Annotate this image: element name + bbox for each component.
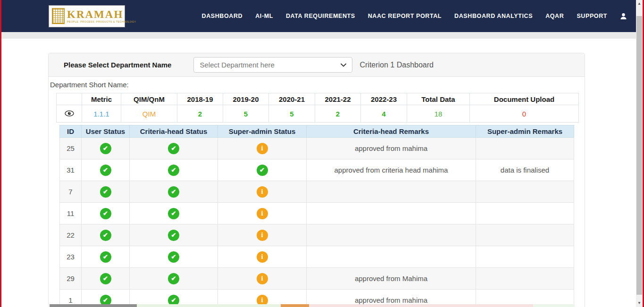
- criteria-head-remarks: approved from criteria head mahima: [307, 159, 476, 181]
- horizontal-scrollbar-thumb[interactable]: [50, 304, 137, 307]
- metric-header-qim-qnm: QIM/QnM: [121, 93, 177, 105]
- nav-item-naac-report-portal[interactable]: NAAC REPORT PORTAL: [368, 13, 442, 19]
- criterion-dashboard-card: Please Select Department Name Select Dep…: [48, 53, 585, 307]
- nav-item-ai-ml[interactable]: AI-ML: [255, 13, 273, 19]
- qim-qnm-value: QIM: [121, 105, 177, 123]
- criteria-head-remarks: [307, 246, 476, 268]
- status-header-id: ID: [60, 125, 82, 138]
- nav-item-support[interactable]: SUPPORT: [577, 13, 607, 19]
- super-admin-remarks: [476, 268, 574, 290]
- check-circle-icon: ✔: [100, 273, 111, 284]
- check-circle-icon: ✔: [168, 186, 179, 198]
- check-circle-icon: ✔: [257, 165, 268, 176]
- check-circle-icon: ✔: [100, 251, 111, 263]
- metric-table-row: 1.1.1 QIM 2 5 5 2 4 18 0: [57, 105, 579, 123]
- page-title: Criterion 1 Dashboard: [360, 61, 434, 69]
- row-id: 25: [60, 138, 82, 159]
- metric-header-2022-23: 2022-23: [361, 93, 407, 105]
- info-circle-icon: i: [257, 273, 268, 284]
- status-table-row: 29 ✔ ✔ i approved from Mahima: [60, 268, 574, 290]
- check-circle-icon: ✔: [100, 208, 111, 219]
- metric-header-metric: Metric: [82, 93, 121, 105]
- criteria-head-remarks: [307, 181, 476, 203]
- check-circle-icon: ✔: [168, 143, 179, 154]
- super-admin-remarks: [476, 224, 574, 246]
- super-admin-remarks: [476, 138, 574, 159]
- status-table-body: 25 ✔ ✔ i approved from mahima 31 ✔ ✔ ✔ a…: [60, 138, 574, 307]
- kramah-logo[interactable]: KRAMAH PEOPLE. PROCESS. PRODUCTS & TECHN…: [49, 5, 125, 27]
- super-admin-remarks: data is finalised: [476, 159, 574, 181]
- nav-item-dashboard-analytics[interactable]: DASHBOARD ANALYTICS: [454, 13, 533, 19]
- status-table-row: 31 ✔ ✔ ✔ approved from criteria head mah…: [60, 159, 574, 181]
- user-profile-icon[interactable]: [620, 13, 627, 20]
- bottom-clipped-content: [309, 304, 533, 307]
- department-select-value: Select Department here: [200, 61, 274, 69]
- total-data-value: 18: [407, 105, 470, 123]
- check-circle-icon: ✔: [168, 165, 179, 176]
- criteria-head-remarks: approved from mahima: [307, 138, 476, 159]
- status-table-row: 23 ✔ ✔ i: [60, 246, 574, 268]
- subheader-strip: [0, 32, 644, 39]
- super-admin-remarks: [476, 181, 574, 203]
- metric-header-blank: [57, 93, 82, 105]
- status-table-row: 25 ✔ ✔ i approved from mahima: [60, 138, 574, 159]
- scrollbar-up-arrow-icon[interactable]: ▲: [636, 0, 643, 8]
- status-table-row: 11 ✔ ✔ i: [60, 203, 574, 224]
- nav-item-aqar[interactable]: AQAR: [545, 13, 564, 19]
- department-short-name-label: Department Short Name:: [49, 81, 585, 89]
- status-header-criteria-head-status: Criteria-head Status: [130, 125, 218, 138]
- super-admin-remarks: [476, 203, 574, 224]
- eye-icon[interactable]: [57, 105, 82, 123]
- row-id: 7: [60, 181, 82, 203]
- frame-border-left: [0, 0, 1, 307]
- criteria-head-remarks: [307, 224, 476, 246]
- row-id: 31: [60, 159, 82, 181]
- scrollbar-thumb[interactable]: [636, 16, 642, 295]
- chevron-down-icon: [341, 63, 346, 67]
- check-circle-icon: ✔: [168, 230, 179, 241]
- status-header-criteria-head-remarks: Criteria-head Remarks: [307, 125, 476, 138]
- status-table-header-row: ID User Status Criteria-head Status Supe…: [60, 125, 574, 138]
- super-admin-remarks: [476, 246, 574, 268]
- metric-table: Metric QIM/QnM 2018-19 2019-20 2020-21 2…: [56, 93, 579, 123]
- status-table: ID User Status Criteria-head Status Supe…: [59, 125, 574, 307]
- info-circle-icon: i: [257, 251, 268, 263]
- metric-header-2020-21: 2020-21: [269, 93, 315, 105]
- info-circle-icon: i: [257, 208, 268, 219]
- horizontal-scrollbar[interactable]: [50, 304, 575, 307]
- metric-value-link[interactable]: 1.1.1: [82, 105, 121, 123]
- nav-item-dashboard[interactable]: DASHBOARD: [202, 13, 243, 19]
- status-table-row: 7 ✔ ✔ i: [60, 181, 574, 203]
- check-circle-icon: ✔: [100, 186, 111, 198]
- status-header-super-admin-remarks: Super-admin Remarks: [476, 125, 574, 138]
- check-circle-icon: ✔: [100, 165, 111, 176]
- check-circle-icon: ✔: [100, 143, 111, 154]
- info-circle-icon: i: [257, 186, 268, 198]
- vertical-scrollbar[interactable]: ▲ ▼: [636, 0, 643, 307]
- value-2021-22: 2: [315, 105, 361, 123]
- check-circle-icon: ✔: [168, 251, 179, 263]
- status-header-user-status: User Status: [82, 125, 130, 138]
- nav-item-data-requirements[interactable]: DATA REQUIREMENTS: [286, 13, 355, 19]
- check-circle-icon: ✔: [168, 273, 179, 284]
- department-select-label: Please Select Department Name: [64, 61, 171, 69]
- value-2018-19: 2: [177, 105, 223, 123]
- metric-header-total-data: Total Data: [407, 93, 470, 105]
- value-2020-21: 5: [269, 105, 315, 123]
- row-id: 29: [60, 268, 82, 290]
- kramah-seal-icon: [52, 8, 65, 24]
- criteria-head-remarks: approved from Mahima: [307, 268, 476, 290]
- metric-header-2021-22: 2021-22: [315, 93, 361, 105]
- scrollbar-down-arrow-icon[interactable]: ▼: [636, 299, 643, 307]
- metric-header-2018-19: 2018-19: [177, 93, 223, 105]
- status-header-super-admin-status: Super-admin Status: [218, 125, 307, 138]
- top-navbar: KRAMAH PEOPLE. PROCESS. PRODUCTS & TECHN…: [0, 0, 644, 32]
- bottom-clipped-content: [137, 304, 281, 307]
- metric-header-document-upload: Document Upload: [470, 93, 579, 105]
- department-filter-bar: Please Select Department Name Select Dep…: [49, 53, 585, 77]
- department-select[interactable]: Select Department here: [193, 57, 352, 73]
- document-upload-value: 0: [470, 105, 579, 123]
- row-id: 22: [60, 224, 82, 246]
- status-table-row: 22 ✔ ✔ i: [60, 224, 574, 246]
- bottom-clipped-content: [281, 304, 309, 307]
